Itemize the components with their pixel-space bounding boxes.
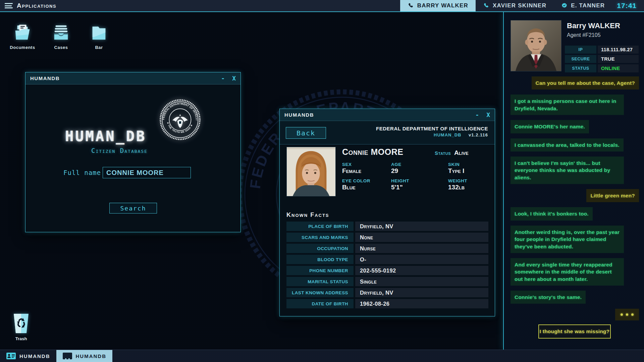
chat-message-operator: Can you tell me about the case, Agent? xyxy=(532,76,639,89)
record-window-titlebar[interactable]: HUMANDB - X xyxy=(280,109,495,121)
fact-row: DATE OF BIRTH1962-08-26 xyxy=(286,299,488,308)
fact-value: Dryfield, NV xyxy=(355,222,488,231)
attribute-label: SEX xyxy=(342,162,391,167)
fact-value: Dryfield, NV xyxy=(355,288,488,297)
chat-message-agent: I can't believe I'm sayin' this... but e… xyxy=(511,157,624,184)
back-button[interactable]: Back xyxy=(286,127,326,139)
full-name-input[interactable] xyxy=(103,167,191,178)
search-button[interactable]: Search xyxy=(109,203,157,214)
chat-message-agent: Connie's story's the same. xyxy=(511,291,586,304)
contact-tab-barry-walker[interactable]: BARRY WALKER xyxy=(400,0,476,11)
taskbar-item-humandb-search[interactable]: HUMANDB xyxy=(0,350,56,362)
agent-name: Barry WALKER xyxy=(567,21,620,30)
chat-message-agent: Connie MOORE's her name. xyxy=(511,120,589,133)
fact-row: MARITAL STATUSSingle xyxy=(286,277,488,286)
attribute-value: 5'1" xyxy=(391,184,448,191)
phone-icon xyxy=(483,3,489,9)
contact-tabs: BARRY WALKER XAVIER SKINNER E. TANNER xyxy=(400,0,612,11)
fact-row: SCARS AND MARKSNone xyxy=(286,233,488,242)
fact-label: DATE OF BIRTH xyxy=(286,299,354,308)
search-window: HUMANDB - X HUMAN_DB Citizen Database FE… xyxy=(25,72,241,232)
attribute-label: AGE xyxy=(391,162,448,167)
known-facts-title: Known Facts xyxy=(286,212,329,219)
citizen-name: Connie MOORE xyxy=(342,147,403,157)
typing-dot xyxy=(621,313,623,316)
taskbar-item-humandb-record[interactable]: HUMANDB xyxy=(56,350,113,362)
chat-message-agent: I got a missing persons case out here in… xyxy=(511,95,624,115)
fact-label: PLACE OF BIRTH xyxy=(286,222,354,231)
agent-info-label: SECURE xyxy=(565,55,596,63)
fact-value: 1962-08-26 xyxy=(355,299,488,308)
fact-row: OCCUPATIONNurse xyxy=(286,244,488,253)
contact-name: E. TANNER xyxy=(571,2,605,9)
phone-icon xyxy=(408,3,414,9)
close-icon[interactable]: X xyxy=(486,112,490,118)
agent-info-row: SECURETRUE xyxy=(565,55,639,63)
hamburger-menu-icon[interactable] xyxy=(5,3,13,8)
agent-info-label: IP xyxy=(565,46,596,54)
person-attribute: EYE COLORBlue xyxy=(342,178,391,191)
fact-value: 202-555-0192 xyxy=(355,266,488,275)
record-window: HUMANDB - X Back FEDERAL DEPARTMENT OF I… xyxy=(279,109,495,316)
contact-tab-xavier-skinner[interactable]: XAVIER SKINNER xyxy=(476,0,554,11)
app-version: v1.2.116 xyxy=(469,132,488,137)
citizen-photo xyxy=(286,147,336,196)
desktop-icon-documents[interactable]: Documents xyxy=(5,23,40,50)
app-name: HUMAN_DB xyxy=(434,132,461,137)
search-window-titlebar[interactable]: HUMANDB - X xyxy=(25,72,240,84)
org-name: FEDERAL DEPARTMENT OF INTELLIGENCE xyxy=(376,126,488,131)
record-header: Back FEDERAL DEPARTMENT OF INTELLIGENCE … xyxy=(280,121,495,144)
close-icon[interactable]: X xyxy=(232,75,236,81)
minimize-icon[interactable]: - xyxy=(475,112,479,118)
fact-value: None xyxy=(355,233,488,242)
agent-info-row: IP118.111.98.27 xyxy=(565,46,639,54)
person-attribute: AGE29 xyxy=(391,162,448,175)
desktop-icon-cases[interactable]: Cases xyxy=(44,23,78,50)
typing-dot xyxy=(631,313,634,316)
desktop-icon-label: Bar xyxy=(82,45,116,50)
agent-info-value: ONLINE xyxy=(598,64,639,72)
contact-name: BARRY WALKER xyxy=(417,2,468,9)
agent-info-table: IP118.111.98.27SECURETRUESTATUSONLINE xyxy=(565,46,639,72)
fact-label: MARITAL STATUS xyxy=(286,277,354,286)
person-attribute: WEIGHT132lb xyxy=(448,178,488,191)
contact-tab-e-tanner[interactable]: E. TANNER xyxy=(554,0,612,11)
agent-sidebar: Barry WALKER Agent #F2105 IP118.111.98.2… xyxy=(503,12,644,350)
chat-messages: Can you tell me about the case, Agent?I … xyxy=(511,76,639,320)
agent-photo xyxy=(511,20,561,71)
department-seal: FEDERAL DEPARTMENT OF INTELLIGENCE ★ THE… xyxy=(159,99,201,141)
trash-recycle-icon xyxy=(12,313,30,334)
desktop: FEDERAL DEPARTMENT OF INTELLIGENCE ★★★ D… xyxy=(0,12,503,350)
attribute-value: 29 xyxy=(391,167,448,175)
fact-value: O- xyxy=(355,255,488,264)
attribute-value: Type I xyxy=(448,167,488,175)
attribute-value: Female xyxy=(342,167,391,175)
fact-row: PLACE OF BIRTHDryfield, NV xyxy=(286,222,488,231)
fact-row: LAST KNOWN ADDRESSDryfield, NV xyxy=(286,288,488,297)
dialogue-choice-button[interactable]: I thought she was missing? xyxy=(538,324,611,339)
minimize-icon[interactable]: - xyxy=(221,75,225,81)
desktop-icon-trash[interactable]: Trash xyxy=(6,313,36,341)
attribute-label: SKIN xyxy=(448,162,488,167)
attribute-value: 132lb xyxy=(448,184,488,191)
desktop-icon-label: Documents xyxy=(5,45,40,50)
inbox-tray-cases-icon xyxy=(51,23,71,42)
fact-label: OCCUPATION xyxy=(286,244,354,253)
window-title: HUMANDB xyxy=(284,112,314,118)
agent-id: Agent #F2105 xyxy=(567,32,601,38)
applications-menu[interactable]: Applications xyxy=(17,2,56,9)
desktop-icon-bar[interactable]: Bar xyxy=(82,23,116,50)
person-attribute: HEIGHT5'1" xyxy=(391,178,448,191)
person-attribute: SEXFemale xyxy=(342,162,391,175)
open-folder-documents-icon xyxy=(13,23,32,42)
id-card-icon xyxy=(62,352,72,360)
person-attributes: SEXFemaleAGE29SKINType IEYE COLORBlueHEI… xyxy=(342,162,488,191)
full-name-label: Full name xyxy=(63,169,101,176)
fact-label: BLOOD TYPE xyxy=(286,255,354,264)
chat-message-agent: And every single time they reappeared so… xyxy=(511,258,624,286)
taskbar-item-label: HUMANDB xyxy=(76,353,107,359)
seal-eagle xyxy=(172,114,188,128)
agent-info-value: 118.111.98.27 xyxy=(598,46,639,54)
top-menu-bar: Applications BARRY WALKER XAVIER SKINNER… xyxy=(0,0,644,12)
folder-bar-icon xyxy=(89,23,109,42)
